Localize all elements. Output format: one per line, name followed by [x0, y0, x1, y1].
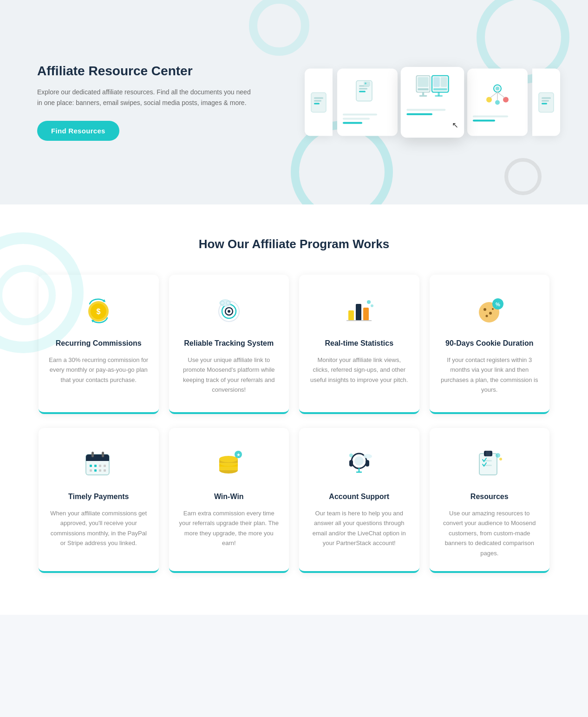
svg-point-24: [503, 97, 509, 102]
winwin-icon: ★: [210, 445, 248, 482]
statistics-desc: Monitor your affiliate link views, click…: [309, 355, 409, 385]
tracking-desc: Use your unique affiliate link to promot…: [179, 355, 279, 395]
hero-card-right-edge: [532, 69, 560, 136]
svg-rect-20: [435, 95, 443, 97]
cookie-icon: %: [471, 291, 508, 329]
hero-section: Affiliate Resource Center Explore our de…: [0, 0, 588, 204]
statistics-icon: [340, 291, 378, 329]
svg-rect-63: [91, 452, 94, 457]
svg-point-87: [363, 454, 366, 458]
svg-point-88: [369, 455, 372, 458]
tracking-system-icon: [210, 291, 248, 329]
svg-point-89: [349, 454, 353, 457]
hero-card-3-icon: [481, 81, 514, 109]
svg-rect-8: [364, 81, 370, 86]
svg-rect-7: [359, 91, 366, 92]
hero-content: Affiliate Resource Center Explore our de…: [37, 64, 251, 141]
svg-rect-45: [348, 310, 354, 321]
svg-rect-30: [542, 97, 551, 99]
feature-card-winwin: ★ Win-Win Earn extra commission every ti…: [169, 428, 289, 573]
resources-desc: Use our amazing resources to convert you…: [440, 508, 540, 558]
svg-text:%: %: [496, 302, 500, 307]
svg-line-26: [490, 92, 497, 98]
support-icon: [340, 445, 378, 482]
svg-rect-11: [418, 77, 429, 87]
cookie-desc: If your contact registers within 3 month…: [440, 355, 540, 395]
find-resources-button[interactable]: Find Resources: [37, 121, 119, 141]
svg-point-50: [371, 304, 373, 307]
hero-card-1-lines: [343, 111, 392, 126]
svg-rect-69: [90, 469, 92, 472]
svg-text:★: ★: [236, 452, 241, 457]
svg-point-52: [483, 308, 486, 311]
svg-rect-70: [94, 469, 97, 472]
svg-point-25: [495, 100, 500, 105]
svg-rect-71: [99, 469, 101, 472]
feature-card-support: Account Support Our team is here to help…: [299, 428, 419, 573]
svg-point-95: [496, 453, 500, 458]
svg-rect-46: [356, 304, 361, 321]
svg-point-54: [486, 315, 488, 317]
svg-rect-85: [366, 460, 369, 467]
svg-point-44: [226, 301, 230, 305]
circle-decoration-2: [249, 0, 309, 56]
svg-rect-14: [433, 77, 440, 87]
feature-card-tracking: Reliable Tracking System Use your unique…: [169, 275, 289, 414]
hero-card-3: [467, 69, 528, 136]
payments-desc: When your affiliate commissions get appr…: [49, 508, 149, 548]
svg-rect-6: [359, 88, 367, 89]
svg-rect-18: [419, 95, 427, 97]
recurring-title: Recurring Commissions: [56, 339, 142, 349]
hero-card-2-lines: [406, 106, 458, 118]
cookie-title: 90-Days Cookie Duration: [445, 339, 533, 349]
payments-title: Timely Payments: [68, 492, 129, 502]
payments-icon: [80, 445, 117, 482]
resources-title: Resources: [470, 492, 509, 502]
resources-icon: [471, 445, 508, 482]
feature-card-statistics: Real-time Statistics Monitor your affili…: [299, 275, 419, 414]
hero-card-2-active: ↖: [401, 67, 464, 138]
svg-point-23: [486, 97, 492, 102]
features-row-2: Timely Payments When your affiliate comm…: [39, 428, 549, 573]
hero-card-1: [337, 69, 398, 136]
recurring-desc: Earn a 30% recurring commission for ever…: [49, 355, 149, 385]
winwin-desc: Earn extra commission every time your re…: [179, 508, 279, 548]
svg-rect-64: [102, 452, 104, 457]
svg-rect-47: [363, 308, 369, 321]
svg-point-96: [499, 458, 502, 460]
support-title: Account Support: [329, 492, 389, 502]
svg-rect-0: [311, 92, 326, 112]
recurring-commissions-icon: $: [80, 291, 117, 329]
svg-rect-15: [441, 77, 447, 87]
hero-card-left-edge: [305, 69, 333, 136]
svg-point-83: [354, 456, 364, 466]
svg-rect-32: [542, 103, 547, 104]
statistics-title: Real-time Statistics: [325, 339, 393, 349]
svg-point-41: [228, 310, 230, 313]
svg-rect-2: [314, 100, 321, 101]
svg-rect-3: [314, 103, 320, 104]
feature-card-payments: Timely Payments When your affiliate comm…: [39, 428, 159, 573]
svg-point-53: [489, 312, 492, 315]
svg-rect-66: [94, 465, 97, 467]
how-it-works-section: How Our Affiliate Program Works $ Recurr…: [0, 204, 588, 615]
hero-card-3-lines: [473, 113, 522, 124]
section2-title: How Our Affiliate Program Works: [28, 237, 560, 251]
svg-rect-92: [486, 451, 490, 456]
hero-cards-area: ↖: [305, 69, 560, 136]
cursor-icon: ↖: [452, 120, 458, 130]
svg-rect-31: [542, 100, 549, 101]
support-desc: Our team is here to help you and answer …: [309, 508, 409, 548]
svg-point-55: [492, 308, 494, 310]
svg-rect-16: [433, 88, 447, 90]
svg-rect-68: [104, 465, 106, 467]
svg-point-22: [496, 86, 499, 90]
hero-card-2-icon: [415, 75, 450, 102]
svg-rect-84: [349, 460, 353, 467]
svg-rect-1: [314, 97, 323, 99]
tracking-title: Reliable Tracking System: [184, 339, 274, 349]
svg-point-49: [367, 300, 371, 304]
svg-rect-65: [90, 465, 92, 467]
doc-icon-partial: [309, 91, 328, 114]
feature-card-recurring: $ Recurring Commissions Earn a 30% recur…: [39, 275, 159, 414]
